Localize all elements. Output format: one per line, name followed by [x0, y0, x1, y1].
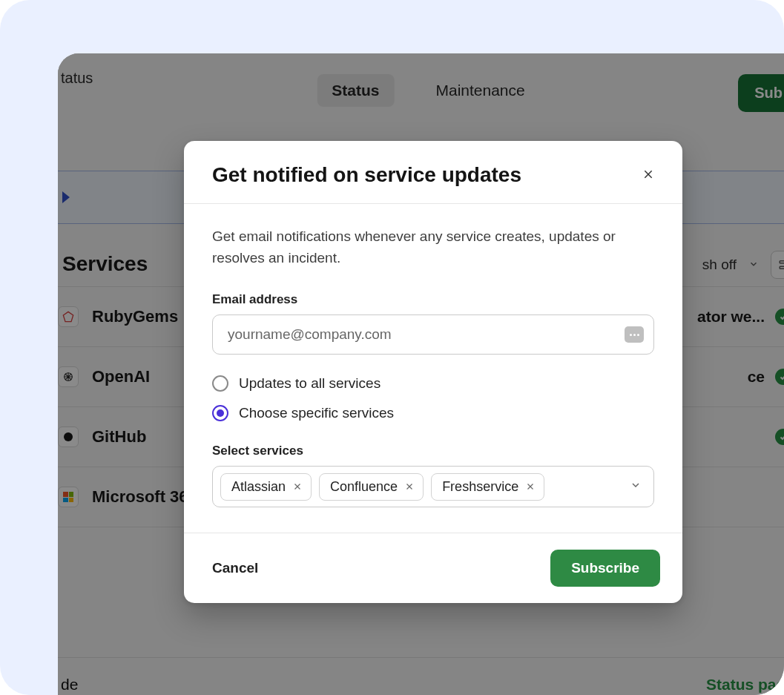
chip-remove-icon[interactable] [405, 482, 414, 491]
status-ok-icon [775, 369, 784, 385]
openai-icon [58, 366, 79, 387]
microsoft-icon [58, 487, 79, 507]
svg-marker-2 [63, 312, 73, 321]
email-label: Email address [212, 292, 654, 307]
chip-label: Confluence [330, 479, 398, 495]
outer-frame: tatus Status Maintenance Sub Services sh… [0, 0, 784, 695]
modal-footer: Cancel Subscribe [184, 533, 682, 603]
radio-label: Updates to all services [239, 375, 381, 392]
chevron-down-icon[interactable] [630, 479, 642, 494]
svg-rect-0 [780, 261, 784, 263]
chevron-down-icon[interactable] [748, 257, 759, 273]
chip-remove-icon[interactable] [293, 482, 302, 491]
chip-label: Atlassian [231, 479, 286, 495]
service-name: OpenAI [92, 367, 150, 386]
modal-description: Get email notifications whenever any ser… [212, 226, 627, 269]
service-name: RubyGems [92, 307, 178, 326]
select-services-label: Select services [212, 444, 654, 458]
chip-label: Freshservice [442, 479, 518, 495]
service-name: GitHub [92, 427, 146, 447]
notify-modal: Get notified on service updates Get emai… [184, 141, 682, 603]
svg-rect-1 [780, 266, 784, 269]
radio-label: Choose specific services [239, 405, 394, 421]
radio-choose-services[interactable]: Choose specific services [212, 405, 654, 421]
tab-status[interactable]: Status [317, 74, 394, 107]
modal-title: Get notified on service updates [212, 163, 521, 187]
scope-radio-group: Updates to all services Choose specific … [212, 375, 654, 421]
service-name: Microsoft 36 [92, 487, 188, 507]
chip: Confluence [319, 473, 424, 501]
status-page-link[interactable]: Status page [706, 676, 784, 694]
footer-left-fragment: de [61, 676, 78, 694]
view-toggle-button[interactable] [771, 251, 784, 279]
radio-icon [212, 405, 228, 421]
modal-header: Get notified on service updates [184, 141, 682, 204]
footer: de Status page [58, 657, 784, 695]
service-status-fragment: ce [748, 368, 765, 386]
subscribe-button[interactable]: Subscribe [550, 550, 660, 587]
status-ok-icon [775, 309, 784, 325]
email-input-wrap [212, 314, 654, 355]
service-status-fragment: ator we... [697, 308, 765, 326]
radio-all-services[interactable]: Updates to all services [212, 375, 654, 392]
cancel-button[interactable]: Cancel [206, 554, 264, 582]
chip-remove-icon[interactable] [526, 482, 535, 491]
close-icon[interactable] [639, 165, 657, 185]
radio-icon [212, 375, 228, 392]
refresh-fragment[interactable]: sh off [702, 257, 737, 273]
modal-body: Get email notifications whenever any ser… [184, 204, 682, 533]
services-multiselect[interactable]: Atlassian Confluence Freshservice [212, 466, 654, 507]
keychain-icon[interactable] [625, 326, 644, 343]
tab-maintenance[interactable]: Maintenance [421, 74, 539, 107]
chip: Atlassian [220, 473, 312, 501]
banner-arrow-icon [62, 191, 70, 203]
status-ok-icon [775, 429, 784, 445]
rubygems-icon [58, 306, 79, 327]
list-controls: sh off [702, 251, 784, 279]
status-word-fragment: tatus [61, 70, 93, 87]
chip: Freshservice [431, 473, 544, 501]
tabs: Status Maintenance [317, 74, 539, 107]
subscribe-header-button[interactable]: Sub [738, 74, 784, 112]
github-icon [58, 426, 79, 447]
svg-point-4 [64, 432, 73, 441]
email-input[interactable] [212, 314, 654, 355]
